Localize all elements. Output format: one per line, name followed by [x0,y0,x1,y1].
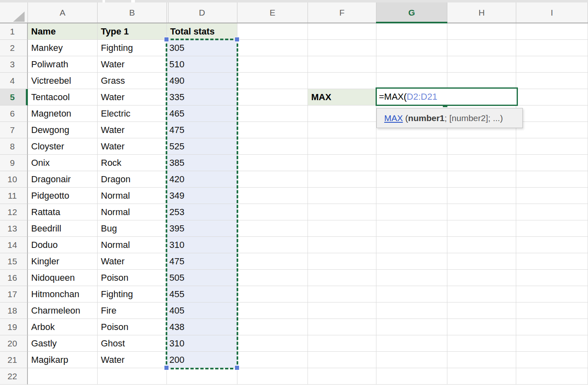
cell-E17[interactable] [237,286,308,302]
cell-E10[interactable] [237,171,308,188]
cell-B3[interactable]: Water [98,56,167,73]
cell-A11[interactable]: Pidgeotto [28,188,98,204]
cell-E20[interactable] [237,335,308,352]
cell-A17[interactable]: Hitmonchan [28,286,98,302]
cell-E9[interactable] [237,155,308,171]
cell-I6[interactable] [516,105,588,122]
cell-A10[interactable]: Dragonair [28,171,98,188]
cell-G17[interactable] [376,286,447,302]
cell-A6[interactable]: Magneton [28,105,98,122]
row-header-8[interactable]: 8 [0,138,28,155]
cell-A18[interactable]: Charmeleon [28,302,98,319]
cell-F17[interactable] [308,286,376,302]
cell-G20[interactable] [376,335,447,352]
cell-G8[interactable] [376,138,447,155]
cell-E4[interactable] [237,73,308,89]
cell-I17[interactable] [516,286,588,302]
cell-F2[interactable] [308,40,376,56]
cell-D1[interactable]: Total stats [167,23,237,40]
cell-H22[interactable] [447,368,516,385]
cell-F12[interactable] [308,204,376,220]
cell-I7[interactable] [516,122,588,138]
cell-D18[interactable]: 405 [167,302,237,319]
cell-B11[interactable]: Normal [98,188,167,204]
cell-G1[interactable] [376,23,447,40]
cell-A7[interactable]: Dewgong [28,122,98,138]
cell-D13[interactable]: 395 [167,220,237,237]
cell-D21[interactable]: 200 [167,352,237,368]
cell-A20[interactable]: Gastly [28,335,98,352]
cell-E14[interactable] [237,237,308,253]
cell-H10[interactable] [447,171,516,188]
cell-A22[interactable] [28,368,98,385]
cell-D4[interactable]: 490 [167,73,237,89]
select-all-corner[interactable] [0,2,28,23]
cell-B19[interactable]: Poison [98,319,167,335]
cell-D10[interactable]: 420 [167,171,237,188]
cell-A19[interactable]: Arbok [28,319,98,335]
cell-H8[interactable] [447,138,516,155]
tooltip-function-link[interactable]: MAX [384,113,403,123]
cell-I1[interactable] [516,23,588,40]
cell-A15[interactable]: Kingler [28,253,98,270]
cell-I22[interactable] [516,368,588,385]
cell-A14[interactable]: Doduo [28,237,98,253]
cell-D16[interactable]: 505 [167,270,237,286]
cell-E6[interactable] [237,105,308,122]
cell-F22[interactable] [308,368,376,385]
cell-I20[interactable] [516,335,588,352]
cell-A2[interactable]: Mankey [28,40,98,56]
cell-A3[interactable]: Poliwrath [28,56,98,73]
row-header-15[interactable]: 15 [0,253,28,270]
cell-H11[interactable] [447,188,516,204]
cell-B13[interactable]: Bug [98,220,167,237]
row-header-13[interactable]: 13 [0,220,28,237]
cell-G14[interactable] [376,237,447,253]
cell-F9[interactable] [308,155,376,171]
cell-F1[interactable] [308,23,376,40]
cell-I12[interactable] [516,204,588,220]
cell-H16[interactable] [447,270,516,286]
cell-A13[interactable]: Beedrill [28,220,98,237]
cell-I10[interactable] [516,171,588,188]
cell-H1[interactable] [447,23,516,40]
row-header-6[interactable]: 6 [0,105,28,122]
cell-D19[interactable]: 438 [167,319,237,335]
cell-E3[interactable] [237,56,308,73]
cell-E8[interactable] [237,138,308,155]
cell-F16[interactable] [308,270,376,286]
cell-E15[interactable] [237,253,308,270]
cell-E2[interactable] [237,40,308,56]
cell-F20[interactable] [308,335,376,352]
cell-G22[interactable] [376,368,447,385]
row-header-10[interactable]: 10 [0,171,28,188]
cell-F21[interactable] [308,352,376,368]
cell-G9[interactable] [376,155,447,171]
cell-G15[interactable] [376,253,447,270]
cell-F4[interactable] [308,73,376,89]
col-header-F[interactable]: F [308,2,376,23]
cell-F18[interactable] [308,302,376,319]
cell-E19[interactable] [237,319,308,335]
cell-D3[interactable]: 510 [167,56,237,73]
cell-D11[interactable]: 349 [167,188,237,204]
cell-H13[interactable] [447,220,516,237]
cell-G12[interactable] [376,204,447,220]
cell-H17[interactable] [447,286,516,302]
cell-F19[interactable] [308,319,376,335]
cell-H15[interactable] [447,253,516,270]
row-header-12[interactable]: 12 [0,204,28,220]
selection-handle-bottom-left[interactable] [164,365,169,370]
cell-F11[interactable] [308,188,376,204]
cell-A9[interactable]: Onix [28,155,98,171]
cell-G21[interactable] [376,352,447,368]
cell-D7[interactable]: 475 [167,122,237,138]
col-header-H[interactable]: H [447,2,516,23]
cell-I5[interactable] [516,89,588,105]
col-header-G[interactable]: G [376,2,447,23]
cell-H9[interactable] [447,155,516,171]
cell-H20[interactable] [447,335,516,352]
cell-B12[interactable]: Normal [98,204,167,220]
cell-E22[interactable] [237,368,308,385]
cell-D5[interactable]: 335 [167,89,237,105]
